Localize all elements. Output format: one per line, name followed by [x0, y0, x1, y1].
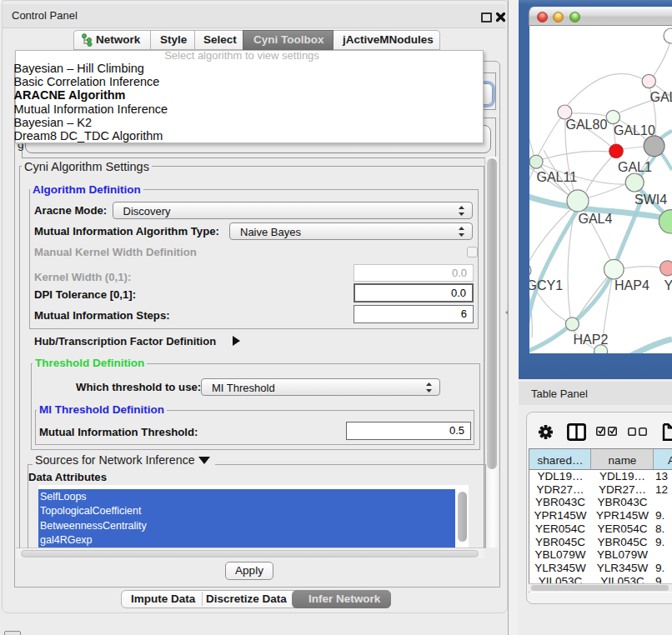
svg-text:HAP4: HAP4	[614, 278, 649, 292]
svg-text:YE: YE	[664, 278, 672, 292]
svg-text:GAL4: GAL4	[579, 212, 613, 226]
svg-text:GAL10: GAL10	[614, 123, 655, 138]
svg-text:HAP2: HAP2	[574, 332, 609, 347]
svg-text:SWI4: SWI4	[634, 192, 667, 207]
svg-text:GAL7: GAL7	[650, 90, 672, 104]
svg-text:GAL80: GAL80	[566, 118, 608, 132]
svg-text:GCY1: GCY1	[529, 278, 563, 292]
svg-text:GAL1: GAL1	[618, 160, 652, 174]
svg-text:GAL11: GAL11	[537, 170, 578, 184]
